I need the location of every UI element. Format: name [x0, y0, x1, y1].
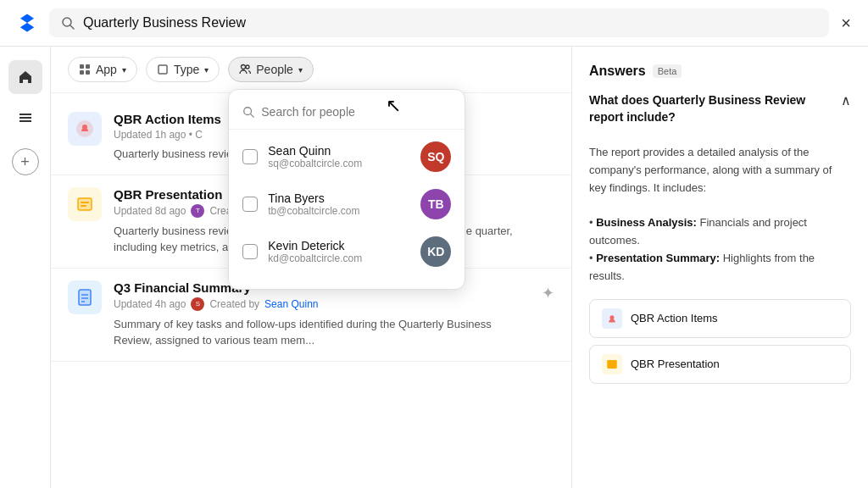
panel-answer: The report provides a detailed analysis …: [589, 144, 851, 285]
type-filter-icon: [157, 64, 169, 75]
dropbox-logo: [14, 9, 41, 36]
svg-rect-7: [80, 70, 84, 75]
svg-rect-15: [78, 198, 92, 210]
person-avatar-tina: TB: [420, 189, 451, 219]
svg-rect-18: [81, 205, 86, 207]
panel-link-qbr-presentation[interactable]: QBR Presentation: [589, 345, 851, 384]
svg-rect-6: [86, 64, 90, 69]
person-email-kevin: kd@cobaltcircle.com: [268, 252, 410, 264]
slides-icon: [75, 195, 94, 214]
main-layout: + App ▾ Type ▾: [0, 47, 868, 488]
svg-rect-9: [159, 65, 167, 74]
result-meta-q3-financial: Updated 4h ago S Created by Sean Quinn: [114, 297, 530, 311]
type-filter-label: Type: [174, 63, 199, 76]
people-dropdown: Sean Quinn sq@cobaltcircle.com SQ Tina B…: [228, 89, 465, 290]
svg-line-13: [251, 114, 254, 118]
people-filter[interactable]: People ▾: [228, 57, 314, 82]
person-email-tina: tb@cobaltcircle.com: [268, 205, 410, 217]
people-search-icon: [242, 106, 254, 118]
panel-links: QBR Action Items QBR Presentation: [589, 299, 851, 384]
svg-line-1: [70, 25, 74, 29]
people-dropdown-wrap: People ▾: [228, 57, 314, 82]
app-chevron-icon: ▾: [122, 65, 126, 75]
person-avatar-kevin: KD: [420, 236, 451, 267]
asana-icon: [75, 119, 94, 138]
panel-link-label-qbr-presentation: QBR Presentation: [631, 358, 720, 370]
search-icon: [61, 16, 75, 30]
search-input[interactable]: [83, 15, 817, 30]
people-search-wrap: [229, 100, 465, 130]
right-panel: Answers Beta What does Quarterly Busines…: [571, 47, 868, 488]
panel-link-label-qbr-action: QBR Action Items: [631, 312, 718, 324]
person-item-kevin[interactable]: Kevin Deterick kd@cobaltcircle.com KD: [229, 228, 465, 275]
result-desc-q3-financial: Summary of key tasks and follow-ups iden…: [114, 316, 530, 349]
sidebar-home[interactable]: [8, 60, 42, 94]
meta-avatar-sean: S: [191, 297, 204, 311]
svg-point-11: [246, 65, 249, 69]
people-filter-icon: [239, 64, 251, 75]
people-chevron-icon: ▾: [298, 65, 303, 75]
people-filter-label: People: [256, 63, 293, 76]
people-search-input[interactable]: [261, 105, 451, 119]
svg-rect-17: [81, 202, 89, 203]
sparkle-icon: ✦: [542, 284, 554, 302]
result-content-q3-financial: Q3 Financial Summary Updated 4h ago S Cr…: [114, 280, 530, 349]
person-name-tina: Tina Byers: [268, 191, 410, 205]
beta-badge: Beta: [653, 64, 682, 78]
panel-link-qbr-action[interactable]: QBR Action Items: [589, 299, 851, 338]
panel-slides-icon: [606, 358, 618, 370]
type-filter[interactable]: Type ▾: [146, 57, 220, 82]
person-avatar-sean: SQ: [420, 141, 451, 172]
search-input-wrap[interactable]: [49, 8, 829, 37]
person-name-kevin: Kevin Deterick: [268, 239, 410, 252]
panel-title: Answers: [589, 64, 646, 79]
panel-link-icon-qbr-action: [602, 308, 622, 329]
result-icon-qbr-presentation: [68, 187, 102, 221]
app-filter-label: App: [96, 63, 117, 76]
person-name-sean: Sean Quinn: [268, 144, 410, 158]
person-checkbox-tina[interactable]: [242, 197, 258, 212]
person-info-tina: Tina Byers tb@cobaltcircle.com: [268, 191, 410, 217]
person-item-sean[interactable]: Sean Quinn sq@cobaltcircle.com SQ: [229, 133, 465, 180]
result-icon-qbr-action: [68, 112, 102, 146]
svg-point-24: [609, 315, 614, 319]
panel-question: What does Quarterly Business Review repo…: [589, 92, 841, 125]
filter-bar: App ▾ Type ▾ People: [51, 47, 571, 93]
person-email-sean: sq@cobaltcircle.com: [268, 158, 410, 169]
docs-icon: [75, 288, 94, 307]
meta-avatar-tina: T: [191, 204, 204, 218]
bullet2-label: Presentation Summary:: [596, 252, 720, 264]
panel-link-icon-qbr-presentation: [602, 354, 622, 374]
sidebar: +: [0, 47, 51, 488]
people-list: Sean Quinn sq@cobaltcircle.com SQ Tina B…: [229, 130, 465, 279]
close-button[interactable]: ×: [837, 11, 854, 35]
svg-point-10: [242, 65, 246, 69]
layers-icon: [17, 109, 34, 126]
person-info-sean: Sean Quinn sq@cobaltcircle.com: [268, 144, 410, 169]
svg-rect-3: [19, 117, 31, 119]
home-icon: [17, 69, 34, 86]
panel-asana-icon: [606, 313, 618, 324]
sidebar-layers[interactable]: [8, 101, 42, 135]
person-info-kevin: Kevin Deterick kd@cobaltcircle.com: [268, 239, 410, 264]
person-checkbox-sean[interactable]: [242, 149, 258, 164]
svg-rect-8: [86, 70, 90, 75]
question-row: What does Quarterly Business Review repo…: [589, 92, 851, 134]
app-filter-icon: [79, 64, 91, 75]
result-icon-q3-financial: [68, 280, 102, 314]
panel-header: Answers Beta: [589, 64, 851, 79]
search-bar: ×: [0, 0, 868, 47]
person-item-tina[interactable]: Tina Byers tb@cobaltcircle.com TB: [229, 180, 465, 228]
svg-rect-19: [79, 290, 91, 305]
svg-rect-2: [19, 114, 31, 115]
person-checkbox-kevin[interactable]: [242, 244, 258, 259]
panel-toggle-button[interactable]: ∧: [841, 92, 851, 108]
bullet1-label: Business Analysis:: [596, 216, 697, 229]
svg-rect-4: [19, 120, 31, 122]
creator-link-sean[interactable]: Sean Quinn: [264, 298, 318, 310]
app-filter[interactable]: App ▾: [68, 57, 137, 82]
svg-rect-25: [607, 359, 616, 368]
svg-rect-5: [80, 64, 84, 69]
sidebar-add[interactable]: +: [12, 148, 39, 175]
content-area: App ▾ Type ▾ People: [51, 47, 571, 488]
